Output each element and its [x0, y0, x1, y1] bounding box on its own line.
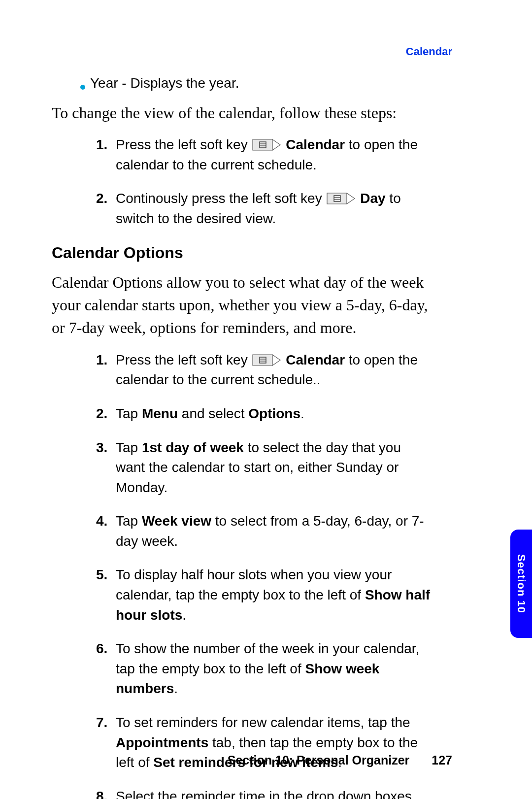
step-text-segment: To set reminders for new calendar items,…: [116, 715, 410, 730]
step-text-segment: Tap: [116, 440, 142, 455]
intro-paragraph-2: Calendar Options allow you to select wha…: [52, 271, 433, 339]
step-item: 3.Tap 1st day of week to select the day …: [96, 438, 433, 498]
step-text-segment: Press the left soft key: [116, 352, 251, 367]
footer: Section 10: Personal Organizer 127: [228, 753, 452, 767]
step-number: 2.: [96, 189, 116, 229]
step-number: 1.: [96, 135, 116, 175]
step-item: 2.Continously press the left soft key Da…: [96, 189, 433, 229]
step-text: To show the number of the week in your c…: [116, 639, 433, 699]
step-text-bold: Week view: [142, 513, 211, 529]
step-item: 1.Press the left soft key Calendar to op…: [96, 135, 433, 175]
step-number: 8.: [96, 787, 116, 799]
step-text-bold: Appointments: [116, 735, 208, 750]
step-text: Tap Week view to select from a 5-day, 6-…: [116, 511, 433, 551]
step-text-bold: Calendar: [286, 137, 345, 152]
page: Calendar Year - Displays the year. To ch…: [0, 0, 532, 799]
step-number: 4.: [96, 511, 116, 551]
step-text-segment: Tap: [116, 513, 142, 529]
softkey-icon: [327, 193, 355, 204]
step-number: 6.: [96, 639, 116, 699]
step-number: 5.: [96, 565, 116, 625]
softkey-icon: [252, 139, 281, 151]
step-text-segment: To display half hour slots when you view…: [116, 567, 392, 602]
step-text: Continously press the left soft key Day …: [116, 189, 433, 229]
running-head: Calendar: [406, 45, 452, 58]
step-text-segment: Tap: [116, 406, 142, 421]
step-item: 4.Tap Week view to select from a 5-day, …: [96, 511, 433, 551]
step-number: 3.: [96, 438, 116, 498]
steps-list-b: 1.Press the left soft key Calendar to op…: [52, 350, 433, 799]
step-text: Press the left soft key Calendar to open…: [116, 135, 433, 175]
bullet-text: Year - Displays the year.: [90, 74, 239, 93]
step-item: 1.Press the left soft key Calendar to op…: [96, 350, 433, 390]
step-text-segment: and select: [178, 406, 248, 421]
footer-section: Section 10: Personal Organizer: [228, 753, 410, 767]
step-text-segment: .: [182, 607, 186, 623]
section-side-tab: Section 10: [510, 530, 532, 638]
step-number: 7.: [96, 713, 116, 773]
step-text-segment: .: [300, 406, 304, 421]
step-text-segment: Select the reminder time in the drop dow…: [116, 789, 412, 799]
step-text: Tap 1st day of week to select the day th…: [116, 438, 433, 498]
step-text: To display half hour slots when you view…: [116, 565, 433, 625]
section-side-tab-label: Section 10: [515, 554, 528, 613]
step-item: 8.Select the reminder time in the drop d…: [96, 787, 433, 799]
step-text: Press the left soft key Calendar to open…: [116, 350, 433, 390]
step-item: 5.To display half hour slots when you vi…: [96, 565, 433, 625]
step-text-bold: 1st day of week: [142, 440, 244, 455]
step-text: Select the reminder time in the drop dow…: [116, 787, 433, 799]
footer-page-number: 127: [432, 753, 452, 767]
step-text-bold: Day: [360, 191, 385, 206]
steps-list-a: 1.Press the left soft key Calendar to op…: [52, 135, 433, 229]
intro-paragraph-1: To change the view of the calendar, foll…: [52, 101, 433, 124]
step-item: 6.To show the number of the week in your…: [96, 639, 433, 699]
step-text-bold: Options: [248, 406, 300, 421]
step-number: 1.: [96, 350, 116, 390]
step-text-pre: Continously press the left soft key: [116, 191, 326, 206]
step-text: Tap Menu and select Options.: [116, 404, 433, 424]
step-item: 2.Tap Menu and select Options.: [96, 404, 433, 424]
step-text-pre: Press the left soft key: [116, 137, 251, 152]
bullet-dot-icon: [80, 85, 85, 90]
step-text-segment: .: [174, 681, 178, 696]
softkey-icon: [252, 354, 281, 366]
step-text-bold: Menu: [142, 406, 178, 421]
subhead-calendar-options: Calendar Options: [52, 244, 433, 262]
step-text-bold: Calendar: [286, 352, 345, 367]
step-number: 2.: [96, 404, 116, 424]
content: Year - Displays the year. To change the …: [52, 74, 433, 799]
bullet-item: Year - Displays the year.: [80, 74, 433, 93]
